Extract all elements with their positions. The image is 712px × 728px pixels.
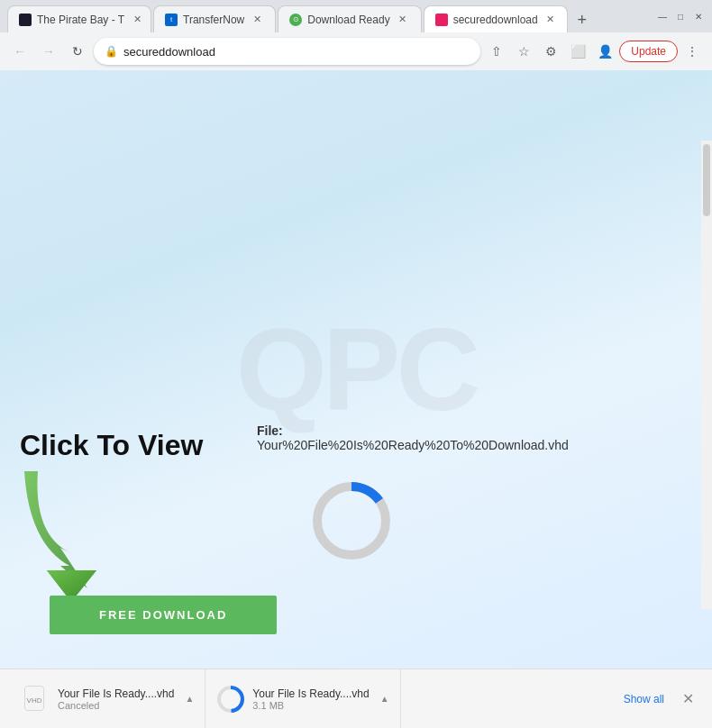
address-input[interactable]: 🔒 secureddownload: [94, 38, 480, 65]
tab-transfernow[interactable]: t TransferNow ✕: [153, 5, 276, 32]
tab-favicon-secured: [435, 14, 448, 26]
download-item-2: Your File Is Ready....vhd 3.1 MB ▲: [205, 669, 400, 728]
progress-ring: [306, 476, 397, 566]
download-item-1-text: Your File Is Ready....vhd Canceled: [58, 687, 174, 711]
download-item-1: VHD Your File Is Ready....vhd Canceled ▲: [11, 669, 205, 728]
download-filename-2: Your File Is Ready....vhd: [252, 687, 369, 700]
profile-icon[interactable]: 👤: [592, 39, 617, 64]
minimize-button[interactable]: —: [656, 10, 669, 23]
file-info: File: Your%20File%20Is%20Ready%20To%20Do…: [257, 423, 569, 452]
restore-button[interactable]: □: [674, 10, 687, 23]
reload-button[interactable]: ↻: [65, 39, 90, 64]
update-button[interactable]: Update: [619, 41, 678, 62]
menu-icon[interactable]: ⋮: [680, 39, 705, 64]
tab-close-secured[interactable]: ✕: [543, 13, 558, 27]
free-download-button[interactable]: FREE DOWNLOAD: [50, 596, 277, 634]
tab-favicon-pirate: [19, 14, 32, 26]
download-bar: VHD Your File Is Ready....vhd Canceled ▲…: [0, 669, 712, 728]
tab-download-ready[interactable]: ⊙ Download Ready ✕: [278, 5, 421, 32]
tab-label-pirate: The Pirate Bay - T: [37, 14, 124, 26]
tab-close-pirate[interactable]: ✕: [130, 13, 144, 27]
tab-secured[interactable]: secureddownload ✕: [424, 5, 568, 32]
address-bar: ← → ↻ 🔒 secureddownload ⇧ ☆ ⚙ ⬜ 👤 Update…: [0, 32, 712, 70]
lock-icon: 🔒: [105, 45, 118, 58]
back-button[interactable]: ←: [7, 39, 32, 64]
tabs-container: The Pirate Bay - T ✕ t TransferNow ✕ ⊙ D…: [7, 0, 647, 32]
show-all-button[interactable]: Show all: [613, 693, 675, 705]
download-item-1-icon: VHD: [22, 685, 50, 714]
progress-ring-container: [306, 476, 397, 569]
arrow-svg: [20, 462, 123, 606]
split-view-icon[interactable]: ⬜: [565, 39, 590, 64]
tab-label-transfer: TransferNow: [183, 14, 244, 26]
bookmark-icon[interactable]: ☆: [511, 39, 536, 64]
download-filename-1: Your File Is Ready....vhd: [58, 687, 174, 700]
download-item-2-icon: [216, 685, 245, 714]
window-controls: — □ ✕: [647, 10, 705, 23]
close-download-bar-button[interactable]: ✕: [675, 690, 701, 707]
close-window-button[interactable]: ✕: [692, 10, 705, 23]
extensions-icon[interactable]: ⚙: [538, 39, 563, 64]
arrow-container: [20, 462, 123, 610]
tab-favicon-download: ⊙: [289, 14, 302, 26]
download-item-2-text: Your File Is Ready....vhd 3.1 MB: [252, 687, 369, 711]
tab-pirate-bay[interactable]: The Pirate Bay - T ✕: [7, 5, 151, 32]
file-label: File:: [257, 423, 569, 438]
new-tab-button[interactable]: +: [570, 7, 595, 32]
tab-label-secured: secureddownload: [453, 14, 538, 26]
watermark: QPC: [236, 302, 477, 437]
toolbar-icons: ⇧ ☆ ⚙ ⬜ 👤 Update ⋮: [484, 39, 705, 64]
click-to-view-text: Click To View: [20, 430, 203, 461]
page-content: QPC Click To View: [0, 70, 712, 669]
download-status-1: Canceled: [58, 700, 174, 711]
forward-button[interactable]: →: [36, 39, 61, 64]
download-expand-1[interactable]: ▲: [185, 694, 194, 704]
download-expand-2[interactable]: ▲: [380, 694, 389, 704]
file-name: Your%20File%20Is%20Ready%20To%20Download…: [257, 438, 569, 452]
tab-favicon-transfer: t: [165, 14, 178, 26]
tab-close-transfer[interactable]: ✕: [250, 13, 264, 27]
address-text: secureddownload: [123, 45, 470, 59]
scrollbar-thumb[interactable]: [703, 144, 710, 216]
download-button-container: FREE DOWNLOAD: [50, 596, 277, 634]
share-icon[interactable]: ⇧: [484, 39, 509, 64]
title-bar: The Pirate Bay - T ✕ t TransferNow ✕ ⊙ D…: [0, 0, 712, 32]
scrollbar[interactable]: [701, 141, 712, 609]
tab-label-download: Download Ready: [307, 14, 389, 26]
svg-text:VHD: VHD: [27, 696, 42, 705]
tab-close-download[interactable]: ✕: [396, 13, 410, 27]
browser-frame: The Pirate Bay - T ✕ t TransferNow ✕ ⊙ D…: [0, 0, 712, 728]
download-status-2: 3.1 MB: [252, 700, 369, 711]
